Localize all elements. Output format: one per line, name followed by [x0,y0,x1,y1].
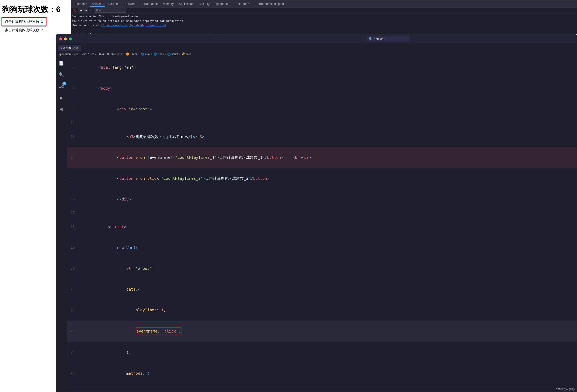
tab-console[interactable]: Console [90,1,105,7]
git-icon-wrapper: ⎇ 76 [58,82,65,90]
tab-sources[interactable]: Sources [106,1,121,6]
tab-network[interactable]: Network [122,1,138,6]
editor-sidebar: 📄 🔍 ⎇ 76 ▶ ⊞ [56,57,67,392]
breadcrumb-qianduan: qianduan [59,52,71,56]
code-content-19: new Vue({ [78,237,138,258]
status-bar: CSDN @中庚表- [553,387,577,392]
code-content-23: eventname: 'click', [78,321,181,342]
run-icon[interactable]: ▶ [58,94,65,102]
breadcrumb-html: 🌐 html [141,52,150,56]
code-line-8: 8 <body> [67,78,577,99]
code-content-13: <h3>狗狗玩球次数：{{playTimes}}</h3> [78,127,204,147]
code-line-15: 15 <button v-on:click="countPlayTimes_2"… [67,168,577,189]
code-content-16: </div> [78,189,131,209]
code-area[interactable]: 2 <html lang="en"> 8 <body> 11 <div id="… [67,57,577,392]
button-1[interactable]: 点击计算狗狗玩球次数_1 [2,18,46,26]
code-line-13: 13 <h3>狗狗玩球次数：{{playTimes}}</h3> [67,127,577,147]
breadcrumb: qianduan > vue > vue-2 > vue-2024 > 02-指… [56,51,577,57]
tab-memory[interactable]: Memory [161,1,176,6]
devtools-tabs: Elements Console Sources Network Perform… [71,0,577,7]
line-num-19: 19 [67,245,78,251]
breadcrumb-vue2024: vue-2024 [92,52,104,56]
line-num-12: 12 [67,120,78,126]
line-num-2: 2 [67,65,78,71]
code-content-2: <html lang="en"> [78,57,136,78]
line-num-11: 11 [67,106,78,112]
line-num-26: 26 [67,391,78,392]
tab-elements[interactable]: Elements [72,1,89,6]
button-2[interactable]: 点击计算狗狗玩球次数_2 [2,27,46,34]
back-button[interactable]: ← [214,37,217,41]
breadcrumb-vue2: vue-2 [82,52,89,56]
line-num-23: 23 [67,328,78,334]
line-num-20: 20 [67,265,78,272]
maximize-button[interactable] [69,37,72,40]
code-content-17 [78,210,82,217]
devtools-panel: Elements Console Sources Network Perform… [71,0,577,34]
console-filter[interactable] [94,8,126,13]
code-line-17: 17 [67,210,577,217]
editor-titlebar: ← → 🔍 hbuilder [56,34,577,43]
tab-security[interactable]: Security [197,1,212,6]
code-line-24: 24 }, [67,342,577,363]
code-content-20: el: "#root", [78,258,154,279]
tab-performance-insights[interactable]: Performance insights [253,1,286,6]
code-content-15: <button v-on:click="countPlayTimes_2">点击… [78,168,269,189]
code-line-20: 20 el: "#root", [67,258,577,279]
breadcrumb-script: 🌐 script [167,52,178,56]
browser-preview: 狗狗玩球次数：6 点击计算狗狗玩球次数_1 点击计算狗狗玩球次数_2 [0,0,71,34]
tab-application[interactable]: Application [177,1,196,6]
line-num-22: 22 [67,307,78,313]
code-content-21: data:{ [78,279,140,300]
files-icon[interactable]: 📄 [58,59,65,67]
tab-recorder[interactable]: Recorder ⚠ [232,1,252,6]
code-content-25: methods: { [78,363,149,384]
tab-performance[interactable]: Performance [138,1,160,6]
code-content-26: countPlayTimes_1(){ [78,384,180,392]
tab-lighthouse[interactable]: Lighthouse [213,1,232,6]
forward-button[interactable]: → [221,37,224,41]
search-sidebar-icon[interactable]: 🔍 [58,71,65,79]
console-output: You are running Vue in development mode.… [71,13,577,34]
breadcrumb-body: 🌐 body [154,52,164,56]
code-content-11: <div id="root"> [78,99,152,119]
breadcrumb-file: 🟠 3.html [126,52,138,56]
console-line-1: You are running Vue in development mode. [72,14,575,19]
editor-window: ← → 🔍 hbuilder ■ 3.html U ✕ qianduan > v… [56,34,577,392]
window-controls [59,37,72,40]
console-line-2: Make sure to turn on production mode whe… [72,19,575,23]
clear-console-icon[interactable]: 🚫 [72,9,76,12]
line-num-14: 14 [67,155,78,161]
top-select[interactable]: top [78,8,88,13]
context-select[interactable]: top [78,8,88,13]
extensions-icon[interactable]: ⊞ [58,105,65,113]
code-content-18: <script> [78,217,126,237]
line-num-16: 16 [67,196,78,202]
code-line-16: 16 </div> [67,189,577,209]
code-line-18: 18 <script> [67,217,577,237]
code-content-8: <body> [78,78,112,99]
file-icon: ■ [60,46,62,50]
file-tab-3html[interactable]: ■ 3.html U ✕ [58,45,81,51]
minimize-button[interactable] [64,37,67,40]
close-button[interactable] [59,37,62,40]
code-content-24: }, [78,342,131,363]
code-line-23: 23 eventname: 'click', [67,321,577,342]
code-line-26: 26 countPlayTimes_1(){ [67,384,577,392]
console-line-3: See more tips at https://vuejs.org/guide… [72,23,575,28]
devtools-toolbar: 🚫 top 👁 [71,7,577,13]
search-bar[interactable]: 🔍 hbuilder [367,36,409,41]
line-num-15: 15 [67,175,78,181]
code-line-25: 25 methods: { [67,363,577,384]
line-num-21: 21 [67,286,78,293]
search-icon: 🔍 [369,37,372,41]
search-label: hbuilder [374,37,384,41]
eye-icon[interactable]: 👁 [90,9,93,12]
status-text: CSDN @中庚表- [555,388,575,391]
line-num-8: 8 [67,85,78,91]
console-link[interactable]: https://vuejs.org/guide/deployment.html [101,24,166,27]
tab-unsaved-indicator: U [73,46,75,49]
line-num-24: 24 [67,349,78,356]
tab-close-button[interactable]: ✕ [76,46,78,49]
code-content-12 [78,120,82,127]
